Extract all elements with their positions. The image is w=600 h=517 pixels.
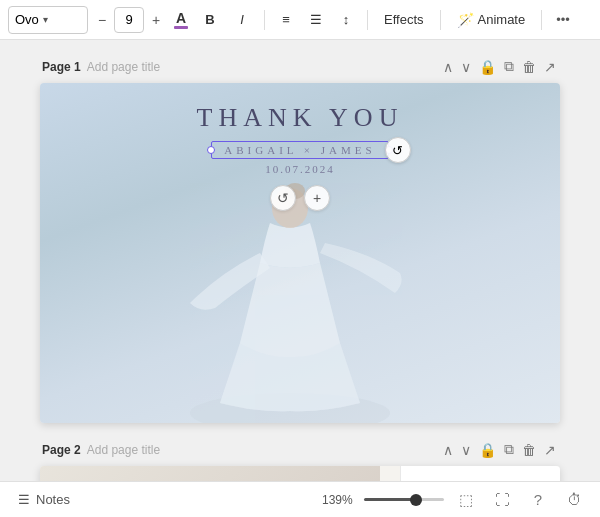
page-2-down-button[interactable]: ∨: [459, 440, 473, 460]
italic-button[interactable]: I: [228, 6, 256, 34]
page-2-add-title[interactable]: Add page title: [87, 443, 160, 457]
text-color-button[interactable]: A: [170, 9, 192, 31]
font-selector-caret: ▾: [43, 14, 48, 25]
page-2-label: Page 2 Add page title: [42, 443, 160, 457]
page-2-left-bg: [40, 466, 380, 481]
page-1-down-button[interactable]: ∨: [459, 57, 473, 77]
align-center-button[interactable]: ≡: [273, 7, 299, 33]
names-text-box[interactable]: ABIGAIL × JAMES ↺: [211, 141, 388, 159]
zoom-slider[interactable]: [364, 498, 444, 501]
animate-label: Animate: [478, 12, 526, 27]
main-toolbar: Ovo ▾ − + A B I ≡ ☰ ↕ Effects 🪄 Animate …: [0, 0, 600, 40]
timer-button[interactable]: ⏱: [560, 486, 588, 514]
more-icon: •••: [556, 12, 570, 27]
canvas-text-content: THANK YOU ABIGAIL × JAMES ↺ 10.07.2024 ↺…: [40, 83, 560, 211]
bold-button[interactable]: B: [196, 6, 224, 34]
effects-label: Effects: [384, 12, 424, 27]
font-size-control: − +: [92, 7, 166, 33]
help-button[interactable]: ?: [524, 486, 552, 514]
floating-toolbar: ↺ +: [270, 185, 330, 211]
page-2-right-panel: [400, 466, 560, 481]
font-size-input[interactable]: [114, 7, 144, 33]
notes-button[interactable]: ☰ Notes: [12, 488, 76, 511]
font-size-decrease-button[interactable]: −: [92, 10, 112, 30]
color-letter-icon: A: [176, 11, 186, 25]
page-1-external-button[interactable]: ↗: [542, 57, 558, 77]
page-2-actions: ∧ ∨ 🔒 ⧉ 🗑 ↗: [441, 439, 558, 460]
animate-button[interactable]: 🪄 Animate: [449, 6, 534, 34]
page-2-wrapper: Page 2 Add page title ∧ ∨ 🔒 ⧉ 🗑 ↗: [40, 439, 560, 481]
page-2-external-button[interactable]: ↗: [542, 440, 558, 460]
page-1-delete-button[interactable]: 🗑: [520, 57, 538, 77]
list-button[interactable]: ☰: [303, 7, 329, 33]
rotate-handle[interactable]: ↺: [385, 137, 411, 163]
zoom-area: 139%: [322, 493, 444, 507]
floating-add-button[interactable]: +: [304, 185, 330, 211]
page-1-label-row: Page 1 Add page title ∧ ∨ 🔒 ⧉ 🗑 ↗: [40, 56, 560, 77]
page-1-lock-button[interactable]: 🔒: [477, 57, 498, 77]
more-options-button[interactable]: •••: [550, 6, 576, 34]
date-text: 10.07.2024: [265, 163, 335, 175]
effects-button[interactable]: Effects: [376, 6, 432, 34]
page-2-label-row: Page 2 Add page title ∧ ∨ 🔒 ⧉ 🗑 ↗: [40, 439, 560, 460]
bottom-bar: ☰ Notes 139% ⬚ ⛶ ? ⏱: [0, 481, 600, 517]
font-name: Ovo: [15, 12, 39, 27]
toolbar-separator-2: [367, 10, 368, 30]
notes-label: Notes: [36, 492, 70, 507]
wand-icon: 🪄: [457, 12, 474, 28]
page-1-wrapper: Page 1 Add page title ∧ ∨ 🔒 ⧉ 🗑 ↗: [40, 56, 560, 423]
zoom-value: 139%: [322, 493, 358, 507]
font-selector[interactable]: Ovo ▾: [8, 6, 88, 34]
page-2-canvas[interactable]: [40, 466, 560, 481]
names-text: ABIGAIL × JAMES: [220, 144, 379, 156]
page-1-up-button[interactable]: ∧: [441, 57, 455, 77]
toolbar-separator-3: [440, 10, 441, 30]
toolbar-separator-4: [541, 10, 542, 30]
color-bar: [174, 26, 188, 29]
page-1-add-title[interactable]: Add page title: [87, 60, 160, 74]
notes-icon: ☰: [18, 492, 30, 507]
selection-outline: ABIGAIL × JAMES: [211, 141, 388, 159]
canvas-area: Page 1 Add page title ∧ ∨ 🔒 ⧉ 🗑 ↗: [0, 40, 600, 481]
page-2-delete-button[interactable]: 🗑: [520, 440, 538, 460]
page-1-canvas[interactable]: THANK YOU ABIGAIL × JAMES ↺ 10.07.2024 ↺…: [40, 83, 560, 423]
page-2-lock-button[interactable]: 🔒: [477, 440, 498, 460]
page-2-up-button[interactable]: ∧: [441, 440, 455, 460]
page-1-label: Page 1 Add page title: [42, 60, 160, 74]
line-spacing-button[interactable]: ↕: [333, 7, 359, 33]
thank-you-heading: THANK YOU: [197, 103, 404, 133]
page-1-actions: ∧ ∨ 🔒 ⧉ 🗑 ↗: [441, 56, 558, 77]
toolbar-separator-1: [264, 10, 265, 30]
fullscreen-button[interactable]: ⛶: [488, 486, 516, 514]
selection-handle-left[interactable]: [207, 146, 215, 154]
page-2-copy-button[interactable]: ⧉: [502, 439, 516, 460]
font-size-increase-button[interactable]: +: [146, 10, 166, 30]
floating-reset-button[interactable]: ↺: [270, 185, 296, 211]
page-1-copy-button[interactable]: ⧉: [502, 56, 516, 77]
grid-view-button[interactable]: ⬚: [452, 486, 480, 514]
